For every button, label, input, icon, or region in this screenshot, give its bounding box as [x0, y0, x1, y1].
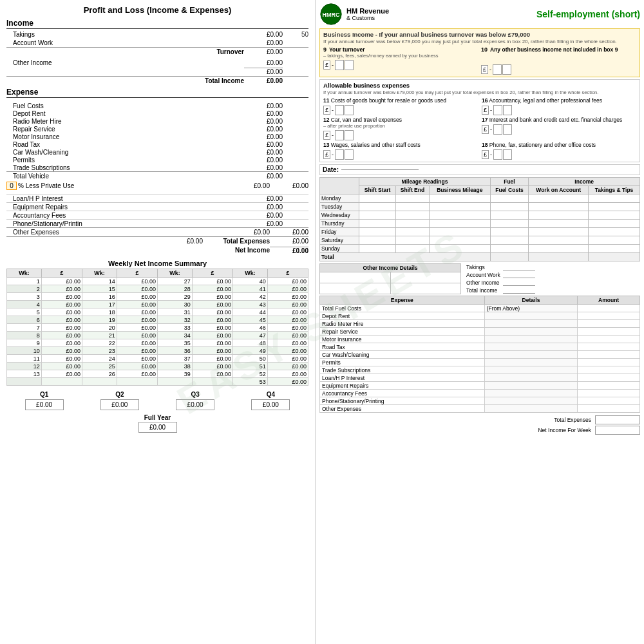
date-box[interactable] — [341, 169, 419, 170]
rt-account-work-box — [503, 272, 535, 278]
vehicle-item-row: Radio Meter Hire£0.00 — [6, 117, 308, 125]
vehicle-item-label: Trade Subscriptions — [13, 164, 244, 171]
hmrc-text: HM Revenue & Customs — [346, 7, 389, 21]
bi-box9-num: 9 — [323, 46, 327, 53]
hmrc-logo-icon: HMRC — [319, 3, 343, 26]
net-income-row: Net Income £0.00 — [6, 245, 308, 256]
sub-amount: £0.00 — [244, 68, 283, 75]
table-row: Permits — [320, 359, 640, 366]
work-on-account-header: Work on Account — [529, 186, 589, 194]
other-income-row2 — [320, 283, 461, 294]
vehicle-item-amount: £0.00 — [244, 141, 283, 148]
list-item: 8£0.0021£0.0034£0.0047£0.00 — [7, 332, 308, 339]
other-expenses-amount1: £0.00 — [231, 229, 270, 236]
allow-item-18: 18 Phone, fax, stationery and other offi… — [482, 142, 636, 160]
list-item: Thursday — [320, 220, 640, 228]
income-header: Income — [6, 19, 308, 29]
allowable-note: If your annual turnover was below £79,00… — [323, 90, 636, 95]
bi-row: 9 Your turnover – takings, fees, sales/m… — [323, 46, 636, 75]
hmrc-logo: HMRC HM Revenue & Customs — [319, 3, 389, 26]
list-item: 7£0.0020£0.0033£0.0046£0.00 — [7, 324, 308, 332]
allowable-section: Allowable business expenses If your annu… — [319, 79, 640, 162]
other-exp-label: Equipment Repairs — [13, 204, 244, 211]
wk-col3: Wk: — [82, 269, 117, 278]
list-item: 2£0.0015£0.0028£0.0041£0.00 — [7, 285, 308, 293]
table-row: Phone/Stationary/Printing — [320, 397, 640, 405]
table-row: Depot Rent — [320, 312, 640, 320]
rt-total-income-box — [503, 287, 535, 294]
vehicle-item-label: Permits — [13, 156, 244, 164]
other-expense-items: Loan/H P Interest£0.00Equipment Repairs£… — [6, 194, 308, 227]
takings-label: Takings — [13, 31, 244, 38]
other-income-row1 — [320, 272, 461, 283]
vehicle-item-amount: £0.00 — [244, 133, 283, 140]
list-item: 11£0.0024£0.0037£0.0050£0.00 — [7, 355, 308, 363]
self-employment-title: Self-employment (short) — [536, 9, 640, 19]
vehicle-item-amount: £0.00 — [244, 102, 283, 109]
account-work-row: Account Work £0.00 — [6, 39, 308, 47]
other-expense-row: Phone/Stationary/Printin£0.00 — [6, 219, 308, 227]
bi-note: If your annual turnover was below £79,00… — [323, 39, 636, 44]
svg-text:HMRC: HMRC — [323, 12, 340, 18]
list-item: 10£0.0023£0.0036£0.0049£0.00 — [7, 347, 308, 355]
vehicle-item-row: Repair Service£0.00 — [6, 125, 308, 133]
vehicle-item-label: Radio Meter Hire — [13, 118, 244, 125]
vehicle-item-amount: £0.00 — [244, 110, 283, 117]
turnover-row: Turnover £0.00 — [6, 47, 308, 56]
mileage-empty-header — [320, 178, 359, 194]
account-work-extra — [283, 39, 308, 46]
other-income-table: Other Income Details — [319, 263, 461, 294]
other-expenses-amount2: £0.00 — [270, 229, 308, 236]
vehicle-item-amount: £0.00 — [244, 118, 283, 125]
wk-col8: £ — [267, 269, 308, 278]
vehicle-item-amount: £0.00 — [244, 149, 283, 156]
net-income-label: Net Income — [205, 247, 270, 254]
table-row: Road Tax — [320, 343, 640, 351]
total-expenses-label: Total Expenses — [205, 238, 270, 245]
wk-col6: £ — [192, 269, 232, 278]
fuel-costs-header: Fuel Costs — [490, 186, 529, 194]
vehicle-item-amount: £0.00 — [244, 164, 283, 171]
weekly-table: Wk: £ Wk: £ Wk: £ Wk: £ 1£0.0014£0.0027£… — [6, 269, 308, 386]
net-income-week-box — [595, 426, 640, 435]
vehicle-items: Fuel Costs£0.00Depot Rent£0.00Radio Mete… — [6, 102, 308, 171]
page-title: Profit and Loss (Income & Expenses) — [6, 5, 308, 15]
bi-box9: 9 Your turnover – takings, fees, sales/m… — [323, 46, 478, 75]
q-box: £0.00 — [25, 399, 64, 410]
weekly-summary: Weekly Net Income Summary Wk: £ Wk: £ Wk… — [6, 260, 308, 386]
q-box: £0.00 — [100, 399, 139, 410]
other-income-label: Other Income — [13, 59, 244, 66]
total-row: Total — [320, 253, 640, 261]
net-income-amount: £0.00 — [270, 247, 308, 254]
brs-total-expenses: Total Expenses — [319, 415, 640, 425]
net-income-week-label: Net Income For Week — [538, 427, 591, 433]
total-expenses-sub: £0.00 — [164, 238, 203, 245]
right-totals: Takings Account Work Other Income Total … — [466, 263, 535, 294]
bi-box10: 10 Any other business income not include… — [481, 46, 636, 75]
bi-box9-title: Your turnover — [329, 46, 365, 53]
expense-section: Expense Fuel Costs£0.00Depot Rent£0.00Ra… — [6, 88, 308, 256]
list-item: 5£0.0018£0.0031£0.0044£0.00 — [7, 308, 308, 316]
vehicle-item-row: Road Tax£0.00 — [6, 140, 308, 148]
other-expense-row: Equipment Repairs£0.00 — [6, 202, 308, 211]
rt-other-income-box — [503, 279, 535, 286]
total-exp-label: Total Expenses — [554, 417, 591, 423]
business-income-section: Business Income - If your annual busines… — [319, 28, 640, 77]
allowable-title: Allowable business expenses — [323, 82, 636, 89]
private-label: % Less Private Use — [18, 182, 231, 189]
other-exp-amount: £0.00 — [244, 220, 283, 227]
takings-amount: £0.00 — [244, 31, 283, 38]
vehicle-item-row: Trade Subscriptions£0.00 — [6, 164, 308, 171]
amount-col-header: Amount — [578, 296, 640, 305]
quarterly-item: Q4£0.00 — [251, 391, 290, 410]
full-year-label: Full Year — [6, 414, 308, 421]
fuel-header: Fuel — [490, 178, 529, 186]
mileage-readings-header: Mileage Readings — [359, 178, 490, 186]
list-item: 9£0.0022£0.0035£0.0048£0.00 — [7, 339, 308, 347]
private-use-row: 0 % Less Private Use £0.00 £0.00 — [6, 180, 308, 191]
total-vehicle-amount: £0.00 — [244, 173, 283, 180]
total-expenses-sub-row: £0.00 Total Expenses £0.00 — [6, 236, 308, 245]
other-expenses-total: Other Expenses £0.00 £0.00 — [6, 227, 308, 236]
wk-col2: £ — [41, 269, 82, 278]
list-item: 12£0.0025£0.0038£0.0051£0.00 — [7, 363, 308, 370]
